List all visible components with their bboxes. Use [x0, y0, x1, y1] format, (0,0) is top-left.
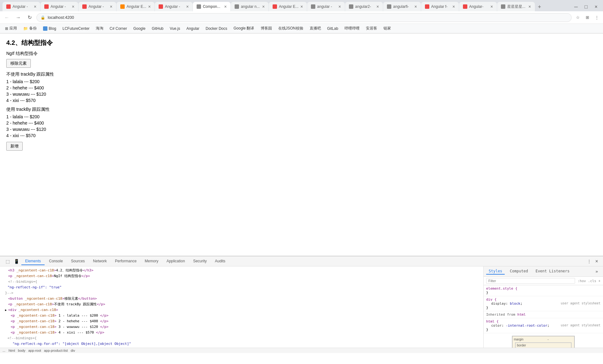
tab-close-12[interactable]: ×	[453, 4, 455, 9]
remove-button[interactable]: 移除元素	[6, 59, 31, 68]
devtools-close-button[interactable]: ×	[593, 258, 600, 265]
no-trackby-heading: 不使用 trackBy 跟踪属性	[6, 72, 597, 77]
code-line-8[interactable]: ▶<div _ngcontent-can-c18>	[0, 307, 483, 313]
tab-close-14[interactable]: ×	[529, 4, 531, 9]
tab-memory[interactable]: Memory	[141, 258, 162, 265]
code-line-5[interactable]: }-->	[0, 290, 483, 296]
tab-4[interactable]: Angular E... ×	[117, 2, 155, 11]
styles-more-icon[interactable]: »	[593, 268, 600, 275]
device-toolbar-icon[interactable]: 📱	[13, 258, 20, 265]
styles-filter-input[interactable]	[486, 278, 575, 284]
tab-close-8[interactable]: ×	[301, 4, 303, 9]
tab-performance[interactable]: Performance	[111, 258, 140, 265]
styles-tab-event-listeners[interactable]: Event Listeners	[533, 268, 572, 275]
styles-tab-computed[interactable]: Computed	[507, 268, 530, 275]
add-button[interactable]: 新增	[6, 142, 23, 151]
tab-close-3[interactable]: ×	[110, 4, 112, 9]
code-line-4[interactable]: "ng-reflect-ng-if": "true"	[0, 285, 483, 290]
forward-button[interactable]: →	[14, 13, 23, 22]
inspect-element-icon[interactable]: ⬚	[4, 258, 11, 265]
bookmark-gitlab[interactable]: GitLab	[325, 25, 341, 32]
tab-elements[interactable]: Elements	[21, 258, 45, 265]
bookmark-blog[interactable]: Blog	[41, 25, 59, 32]
breadcrumb-html[interactable]: html	[8, 349, 16, 352]
tab-close-5[interactable]: ×	[186, 4, 189, 9]
tab-close-2[interactable]: ×	[72, 4, 74, 9]
bookmark-apps[interactable]: ⊞ 应用	[3, 25, 19, 32]
close-window-button[interactable]: ×	[592, 3, 600, 11]
maximize-button[interactable]: □	[582, 3, 590, 11]
tab-close-10[interactable]: ×	[377, 4, 379, 9]
code-line-6[interactable]: <button _ngcontent-can-c18>移除元素</button>	[0, 296, 483, 302]
bookmark-github[interactable]: GitHub	[149, 25, 166, 32]
bookmark-corner[interactable]: C# Corner	[107, 25, 129, 32]
breadcrumb-body[interactable]: body	[17, 349, 26, 352]
bookmark-vuejs[interactable]: Vue.js	[167, 25, 183, 32]
tab-close-9[interactable]: ×	[339, 4, 341, 9]
back-button[interactable]: ←	[3, 13, 11, 22]
menu-icon[interactable]: ⋮	[593, 14, 600, 21]
code-line-1[interactable]: <h3 _ngcontent-can-c18>4.2、结构型指令</h3>	[0, 268, 483, 273]
breadcrumb-app-product-list[interactable]: app-product-list	[43, 349, 68, 352]
bookmark-anjuke[interactable]: 安居客	[363, 25, 380, 32]
code-line-3[interactable]: <!--bindings={	[0, 279, 483, 285]
bookmark-angular[interactable]: Angular	[184, 25, 202, 32]
code-line-14[interactable]: "ng-reflect-ng-for-of": "[object Object]…	[0, 341, 483, 347]
bookmark-lianjia[interactable]: 链家	[381, 25, 394, 32]
tab-close-7[interactable]: ×	[262, 4, 265, 9]
bookmark-translate[interactable]: Google 翻译	[231, 25, 257, 32]
code-line-12[interactable]: <p _ngcontent-can-c18> 4 - xixi --- $570…	[0, 330, 483, 335]
tab-2[interactable]: Angular - ×	[41, 2, 78, 11]
tab-6[interactable]: Compon... ×	[193, 2, 231, 11]
tab-close-13[interactable]: ×	[491, 4, 493, 9]
tab-security[interactable]: Security	[189, 258, 210, 265]
reload-button[interactable]: ↻	[25, 13, 34, 22]
tab-7[interactable]: angular n... ×	[231, 2, 269, 11]
tab-sources[interactable]: Sources	[67, 258, 89, 265]
bookmark-lcfuture[interactable]: LCFutureCenter	[60, 25, 92, 32]
bookmark-backup[interactable]: 📁 备份	[21, 25, 39, 32]
styles-tab-styles[interactable]: Styles	[486, 268, 505, 275]
address-bar[interactable]: 🔒 localhost:4200	[36, 13, 572, 22]
bookmark-json[interactable]: 在线JSON校验	[276, 25, 306, 32]
code-line-7[interactable]: <p _ngcontent-can-c18>不使用 trackBy 跟踪属性</…	[0, 302, 483, 307]
tab-network[interactable]: Network	[89, 258, 111, 265]
tab-audits[interactable]: Audits	[211, 258, 229, 265]
tab-10[interactable]: angular2- ×	[345, 2, 383, 11]
tab-8[interactable]: Angular E... ×	[269, 2, 307, 11]
bookmark-bilibili[interactable]: 哔哩哔哩	[342, 25, 362, 32]
bookmark-docker[interactable]: Docker Docs	[203, 25, 230, 32]
bookmark-cnblogs[interactable]: 博客园	[258, 25, 274, 32]
tab-add-button[interactable]: +	[535, 3, 544, 11]
bookmark-live[interactable]: 直播吧	[307, 25, 323, 32]
tab-close-6[interactable]: ×	[224, 4, 227, 9]
tab-14[interactable]: 星星星星... ×	[497, 2, 535, 11]
tab-1[interactable]: Angular - ×	[3, 2, 40, 11]
tab-application[interactable]: Application	[163, 258, 189, 265]
tab-console[interactable]: Console	[45, 258, 67, 265]
tab-favicon-13	[463, 4, 467, 9]
minimize-button[interactable]: ─	[572, 3, 580, 11]
tab-12[interactable]: Angular f- ×	[421, 2, 459, 11]
code-line-10[interactable]: <p _ngcontent-can-c18> 2 - hehehe --- $4…	[0, 318, 483, 324]
devtools-more-icon[interactable]: ⋮	[585, 258, 593, 265]
bookmark-google[interactable]: Google	[131, 25, 148, 32]
breadcrumb-app-root[interactable]: app-root	[28, 349, 42, 352]
breadcrumb-div[interactable]: div	[70, 349, 76, 352]
code-line-13[interactable]: <!--bindings={	[0, 335, 483, 341]
tab-close-4[interactable]: ×	[148, 4, 151, 9]
code-line-11[interactable]: <p _ngcontent-can-c18> 3 - wuwuwu --- $1…	[0, 324, 483, 330]
tab-close-1[interactable]: ×	[34, 4, 36, 9]
tab-close-11[interactable]: ×	[415, 4, 417, 9]
tab-13[interactable]: Angular- ×	[459, 2, 497, 11]
code-line-2[interactable]: <p _ngcontent-can-c18>NgIf 结构型指令</p>	[0, 273, 483, 279]
extensions-icon[interactable]: ⊞	[584, 14, 591, 21]
tab-11[interactable]: angularfi- ×	[383, 2, 421, 11]
tab-5[interactable]: Angular - ×	[155, 2, 193, 11]
bookmark-star-icon[interactable]: ☆	[574, 14, 582, 21]
code-line-9[interactable]: <p _ngcontent-can-c18> 1 - lalala --- $2…	[0, 313, 483, 318]
list-item-2-1: 1 - lalala --- $200	[6, 114, 597, 119]
bookmark-haitao[interactable]: 海淘	[93, 25, 106, 32]
tab-3[interactable]: Angular - ×	[79, 2, 116, 11]
tab-9[interactable]: angular - ×	[307, 2, 345, 11]
